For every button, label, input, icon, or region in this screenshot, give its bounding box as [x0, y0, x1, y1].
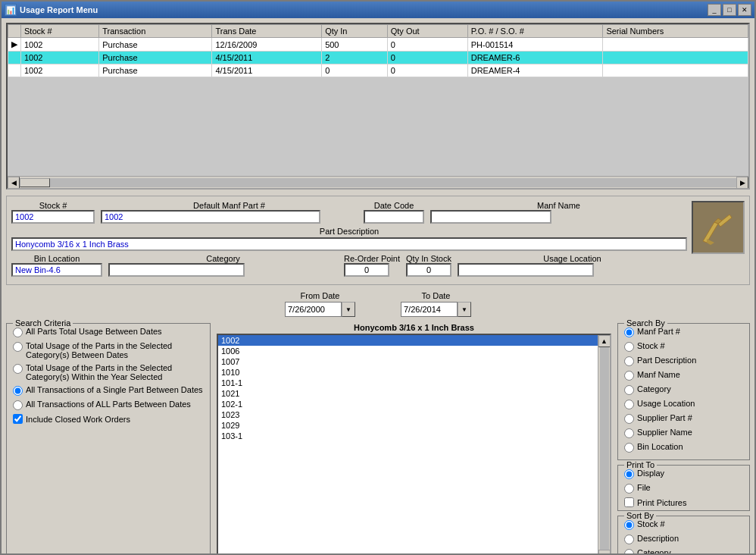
search-by-option-3[interactable]: Manf Name — [624, 370, 743, 381]
search-by-option-5[interactable]: Usage Location — [624, 399, 743, 409]
right-panels: Search By Manf Part #Stock #Part Descrip… — [617, 323, 750, 553]
list-item[interactable]: 1021 — [218, 388, 598, 399]
list-item[interactable]: 1002 — [218, 335, 598, 346]
parts-list-section: Honycomb 3/16 x 1 Inch Brass 10021006100… — [217, 323, 611, 553]
list-scrollbar[interactable]: ▲ ▼ — [598, 335, 610, 553]
search-by-option-2[interactable]: Part Description — [624, 356, 743, 366]
row-qty-in: 0 — [322, 64, 388, 77]
scroll-right-button[interactable]: ▶ — [736, 177, 748, 189]
table-row[interactable]: 1002 Purchase 4/15/2011 0 0 DREAMER-4 — [8, 64, 748, 77]
sort-by-option-0[interactable]: Stock # — [624, 519, 743, 530]
print-to-label-0: Display — [637, 469, 664, 478]
list-item[interactable]: 102-1 — [218, 399, 598, 409]
from-date-dropdown-button[interactable]: ▼ — [342, 302, 355, 317]
sort-by-option-1[interactable]: Description — [624, 534, 743, 544]
search-criteria-option-3[interactable]: All Transactions of a Single Part Betwee… — [13, 385, 204, 396]
print-to-option-1[interactable]: File — [624, 483, 743, 494]
search-by-radio-2[interactable] — [624, 356, 634, 366]
usage-location-input[interactable] — [458, 263, 594, 277]
include-closed-workorders-checkbox-group[interactable]: Include Closed Work Orders — [13, 414, 204, 424]
qty-in-stock-input[interactable] — [406, 263, 451, 277]
scroll-thumb[interactable] — [20, 178, 50, 187]
sort-by-radio-1[interactable] — [624, 535, 634, 544]
close-button[interactable]: ✕ — [738, 4, 751, 16]
to-date-input[interactable] — [401, 302, 458, 317]
print-to-radio-1[interactable] — [624, 484, 634, 494]
bin-location-input[interactable] — [11, 263, 102, 277]
search-by-label-7: Supplier Name — [637, 428, 692, 437]
search-by-radio-5[interactable] — [624, 400, 634, 409]
scroll-track[interactable] — [20, 178, 736, 187]
list-item[interactable]: 103-1 — [218, 431, 598, 441]
manf-part-input[interactable] — [101, 210, 320, 224]
sort-by-radio-2[interactable] — [624, 549, 634, 553]
search-criteria-option-0[interactable]: All Parts Total Usage Between Dates — [13, 327, 204, 337]
part-desc-input[interactable] — [11, 237, 687, 251]
minimize-button[interactable]: _ — [708, 4, 721, 16]
date-code-input[interactable] — [364, 210, 424, 224]
scroll-left-button[interactable]: ◀ — [8, 177, 20, 189]
col-stock: Stock # — [21, 25, 99, 38]
list-item[interactable]: 101-1 — [218, 378, 598, 388]
search-criteria-radio-1[interactable] — [13, 342, 23, 352]
print-to-radios: DisplayFile — [624, 469, 743, 494]
list-scroll-down-button[interactable]: ▼ — [598, 550, 611, 553]
search-by-radio-0[interactable] — [624, 328, 634, 337]
table-row[interactable]: 1002 Purchase 4/15/2011 2 0 DREAMER-6 — [8, 52, 748, 64]
print-to-option-0[interactable]: Display — [624, 469, 743, 479]
date-section: From Date ▼ To Date ▼ — [6, 291, 750, 317]
search-by-option-4[interactable]: Category — [624, 384, 743, 395]
stock-num-input[interactable] — [11, 210, 95, 224]
search-by-option-1[interactable]: Stock # — [624, 341, 743, 352]
part-info-section: Stock # Default Manf Part # Date Code — [6, 196, 750, 285]
print-pictures-checkbox[interactable] — [624, 497, 634, 507]
to-date-combo: ▼ — [401, 302, 471, 317]
search-criteria-radio-0[interactable] — [13, 328, 23, 337]
search-by-option-6[interactable]: Supplier Part # — [624, 413, 743, 424]
to-date-dropdown-button[interactable]: ▼ — [458, 302, 471, 317]
print-pictures-checkbox-group[interactable]: Print Pictures — [624, 497, 743, 507]
manf-part-label: Default Manf Part # — [101, 201, 358, 210]
search-criteria-radio-3[interactable] — [13, 386, 23, 396]
row-transaction: Purchase — [99, 64, 212, 77]
category-input[interactable] — [108, 263, 245, 277]
search-by-radio-3[interactable] — [624, 371, 634, 381]
list-item[interactable]: 1029 — [218, 420, 598, 431]
include-closed-workorders-label: Include Closed Work Orders — [26, 415, 130, 424]
table-row[interactable]: ▶ 1002 Purchase 12/16/2009 500 0 PH-0015… — [8, 38, 748, 52]
horizontal-scrollbar[interactable]: ◀ ▶ — [8, 176, 748, 188]
search-by-option-8[interactable]: Bin Location — [624, 442, 743, 453]
search-criteria-label-1: Total Usage of the Parts in the Selected… — [26, 341, 204, 359]
search-criteria-option-1[interactable]: Total Usage of the Parts in the Selected… — [13, 341, 204, 359]
search-by-radio-8[interactable] — [624, 443, 634, 453]
reorder-input[interactable] — [344, 263, 389, 277]
from-date-input[interactable] — [285, 302, 342, 317]
search-criteria-label-4: All Transactions of ALL Parts Between Da… — [26, 400, 191, 409]
sort-by-option-2[interactable]: Category — [624, 548, 743, 553]
search-by-radio-7[interactable] — [624, 428, 634, 438]
search-by-radio-6[interactable] — [624, 414, 634, 424]
search-by-radio-4[interactable] — [624, 385, 634, 395]
search-criteria-radio-4[interactable] — [13, 400, 23, 410]
row-serial — [603, 52, 748, 64]
include-closed-workorders-checkbox[interactable] — [13, 414, 23, 424]
list-item[interactable]: 1006 — [218, 346, 598, 356]
search-criteria-option-2[interactable]: Total Usage of the Parts in the Selected… — [13, 363, 204, 381]
col-serial: Serial Numbers — [603, 25, 748, 38]
search-by-option-7[interactable]: Supplier Name — [624, 428, 743, 438]
search-criteria-radio-2[interactable] — [13, 364, 23, 374]
search-by-radio-1[interactable] — [624, 342, 634, 352]
list-item[interactable]: 1007 — [218, 356, 598, 367]
list-item[interactable]: 1010 — [218, 367, 598, 378]
manf-name-input[interactable] — [430, 210, 551, 224]
maximize-button[interactable]: □ — [723, 4, 736, 16]
search-criteria-label-2: Total Usage of the Parts in the Selected… — [26, 363, 204, 381]
list-item[interactable]: 1023 — [218, 409, 598, 420]
search-criteria-option-4[interactable]: All Transactions of ALL Parts Between Da… — [13, 400, 204, 410]
search-by-label-6: Supplier Part # — [637, 413, 692, 422]
list-scroll-track[interactable] — [600, 347, 609, 550]
sort-by-radio-0[interactable] — [624, 520, 634, 530]
search-by-option-0[interactable]: Manf Part # — [624, 327, 743, 337]
print-to-radio-0[interactable] — [624, 469, 634, 479]
list-scroll-up-button[interactable]: ▲ — [598, 335, 611, 347]
